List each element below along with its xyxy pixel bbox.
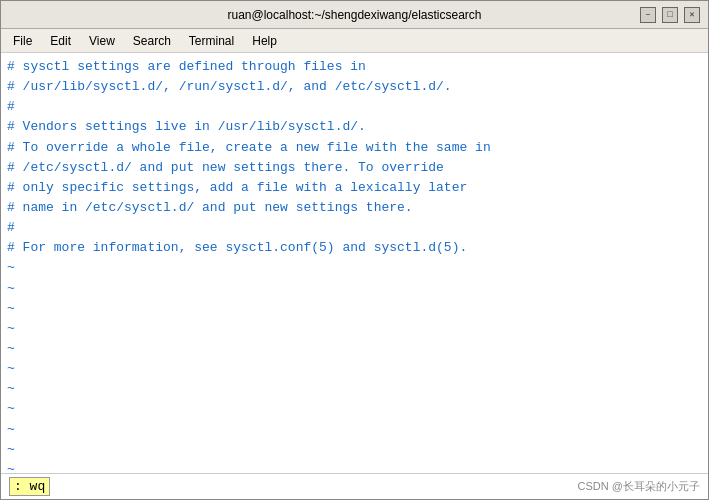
maximize-button[interactable]: □ bbox=[662, 7, 678, 23]
title-bar: ruan@localhost:~/shengdexiwang/elasticse… bbox=[1, 1, 708, 29]
close-button[interactable]: ✕ bbox=[684, 7, 700, 23]
vim-command[interactable]: : wq bbox=[9, 477, 50, 496]
watermark-text: CSDN @长耳朵的小元子 bbox=[578, 479, 700, 494]
menu-view[interactable]: View bbox=[81, 32, 123, 50]
menu-bar: File Edit View Search Terminal Help bbox=[1, 29, 708, 53]
menu-edit[interactable]: Edit bbox=[42, 32, 79, 50]
menu-file[interactable]: File bbox=[5, 32, 40, 50]
terminal-text: # sysctl settings are defined through fi… bbox=[7, 57, 702, 258]
menu-terminal[interactable]: Terminal bbox=[181, 32, 242, 50]
window-controls: – □ ✕ bbox=[640, 7, 700, 23]
minimize-button[interactable]: – bbox=[640, 7, 656, 23]
tilde-area: ~~~~~~~~~~~~~~~~~~ bbox=[7, 258, 702, 473]
terminal-window: ruan@localhost:~/shengdexiwang/elasticse… bbox=[0, 0, 709, 500]
menu-help[interactable]: Help bbox=[244, 32, 285, 50]
window-title: ruan@localhost:~/shengdexiwang/elasticse… bbox=[69, 8, 640, 22]
status-bar: : wq CSDN @长耳朵的小元子 bbox=[1, 473, 708, 499]
terminal-body[interactable]: # sysctl settings are defined through fi… bbox=[1, 53, 708, 473]
menu-search[interactable]: Search bbox=[125, 32, 179, 50]
